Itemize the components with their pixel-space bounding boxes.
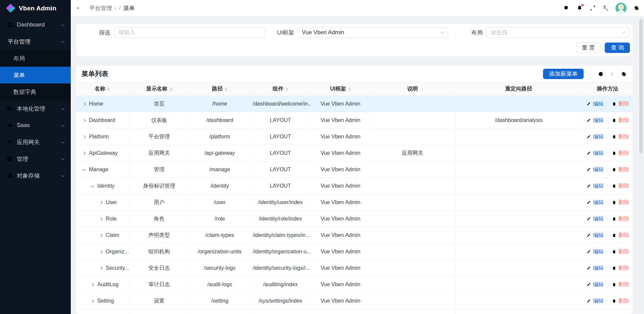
expand-row-icon[interactable] [99,250,103,253]
sidebar-item-localization[interactable]: 本地化管理 [0,100,71,117]
edit-button[interactable]: 编辑 [586,199,604,206]
expand-row-icon[interactable] [99,217,103,221]
table-row[interactable]: Claim 声明类型 /claim-types /identity/claim-… [76,227,633,244]
delete-button[interactable]: 删除 [611,265,629,272]
sidebar-item-platform-management[interactable]: 平台管理 [0,33,71,50]
table-row[interactable]: Platform 平台管理 /platform LAYOUT Vue Vben … [76,129,633,145]
sidebar-item-layout[interactable]: 布局 [0,50,71,67]
collapse-sidebar-button[interactable] [76,5,83,11]
row-height-icon[interactable] [609,71,615,77]
table-row[interactable]: Organiz... 组织机构 /organization-units /ide… [76,244,633,260]
app-title: Vben Admin [19,5,56,12]
query-button[interactable]: 查 询 [605,43,630,53]
delete-button[interactable]: 删除 [611,232,629,239]
delete-button[interactable]: 删除 [611,248,629,255]
sort-caret[interactable] [285,87,288,91]
delete-button[interactable]: 删除 [611,298,629,305]
delete-button[interactable]: 删除 [611,133,629,140]
table-row[interactable]: Setting 设置 /setting /sys/settings/index … [76,293,633,309]
notification-button[interactable] [576,5,583,11]
sort-caret[interactable] [107,87,110,91]
ui-framework-select[interactable]: Vue Vben Admin [298,27,448,38]
column-header[interactable]: UI框架 [311,82,370,96]
edit-button[interactable]: 编辑 [586,298,604,305]
expand-row-icon[interactable] [83,102,86,106]
fullscreen-button[interactable] [589,5,596,11]
language-button[interactable] [602,5,609,11]
edit-button[interactable]: 编辑 [586,101,604,108]
scrollbar-track[interactable] [639,16,643,314]
table-row[interactable]: Role 角色 /role /identity/role/index Vue V… [76,211,633,227]
delete-button[interactable]: 删除 [611,199,629,206]
expand-row-icon[interactable] [83,135,86,138]
breadcrumb-parent[interactable]: 平台管理 [89,4,116,12]
expand-row-icon[interactable] [83,119,86,122]
column-header[interactable]: 路径 [190,82,250,96]
sort-caret[interactable] [225,87,227,91]
sidebar-item-manage[interactable]: 管理 [0,150,71,167]
delete-button[interactable]: 删除 [611,281,629,288]
reset-button[interactable]: 重 置 [576,43,601,53]
sidebar-item-object-storage[interactable]: 对象存储 [0,167,71,184]
edit-button[interactable]: 编辑 [586,150,604,157]
table-row[interactable]: AuditLog 审计日志 /audit-logs /auditing/inde… [76,276,633,293]
column-header[interactable]: 说明 [370,82,455,96]
edit-button[interactable]: 编辑 [586,215,604,223]
app-logo[interactable]: Vben Admin [0,0,71,16]
table-row[interactable]: ApiGateway 应用网关 /api-gateway LAYOUT Vue … [76,145,633,162]
scrollbar-thumb[interactable] [639,19,643,153]
column-header[interactable]: 名称 [76,82,129,96]
expand-row-icon[interactable] [99,201,103,204]
delete-button[interactable]: 删除 [611,215,629,223]
edit-button[interactable]: 编辑 [586,133,604,140]
sidebar-item-dashboard[interactable]: Dashboard [0,16,71,33]
delete-button[interactable]: 删除 [611,183,629,190]
add-menu-button[interactable]: 添加新菜单 [543,69,584,79]
settings-button[interactable] [633,5,640,11]
column-header[interactable]: 操作方法 [582,82,633,96]
collapse-row-icon[interactable] [83,168,86,171]
table-row[interactable]: Identity 身份标识管理 /identity LAYOUT Vue Vbe… [76,178,633,194]
column-settings-icon[interactable] [620,71,627,77]
edit-button[interactable]: 编辑 [586,265,604,272]
delete-button[interactable]: 删除 [611,166,629,173]
expand-row-icon[interactable] [99,266,103,270]
column-header[interactable]: 重定向路径 [455,82,582,96]
expand-row-icon[interactable] [91,299,94,303]
sidebar-item-data-dictionary[interactable]: 数据字典 [0,83,71,100]
edit-button[interactable]: 编辑 [586,232,604,239]
delete-button[interactable]: 删除 [611,117,629,124]
pencil-icon [586,249,591,254]
edit-button[interactable]: 编辑 [586,248,604,255]
expand-row-icon[interactable] [91,283,94,286]
table-toolbar: 添加新菜单 [543,69,629,79]
layout-select[interactable]: 请选择 [486,27,629,38]
edit-button[interactable]: 编辑 [586,281,604,288]
table-row[interactable]: Home 首页 /home /dashboard/welcome/in... V… [76,96,633,112]
table-row[interactable]: Dashboard 仪表板 /dashboard LAYOUT Vue Vben… [76,112,633,129]
expand-row-icon[interactable] [83,151,86,155]
column-header[interactable]: 显示名称 [129,82,190,96]
refresh-icon[interactable] [597,71,604,77]
expand-row-icon[interactable] [99,234,103,237]
avatar[interactable] [615,3,627,14]
sort-caret[interactable] [348,87,351,91]
delete-button[interactable]: 删除 [611,150,629,157]
chevron-down-icon [61,23,65,26]
sidebar-item-menu[interactable]: 菜单 [0,67,71,83]
table-row[interactable]: Security... 安全日志 /security-logs /identit… [76,260,633,276]
sidebar-item-api-gateway[interactable]: 应用网关 [0,134,71,150]
column-header[interactable]: 组件 [250,82,311,96]
table-row[interactable]: Manage 管理 /manage LAYOUT Vue Vben Admin … [76,162,633,178]
edit-button[interactable]: 编辑 [586,117,604,124]
sidebar-item-saas[interactable]: Saas [0,117,71,134]
sort-caret[interactable] [170,87,172,91]
collapse-row-icon[interactable] [91,184,94,187]
table-row[interactable]: User 用户 /user /identity/user/index Vue V… [76,194,633,211]
delete-button[interactable]: 删除 [611,101,629,108]
filter-input[interactable] [114,27,266,38]
trash-icon [611,298,617,304]
search-button[interactable] [563,5,570,11]
edit-button[interactable]: 编辑 [586,166,604,173]
edit-button[interactable]: 编辑 [586,183,604,190]
